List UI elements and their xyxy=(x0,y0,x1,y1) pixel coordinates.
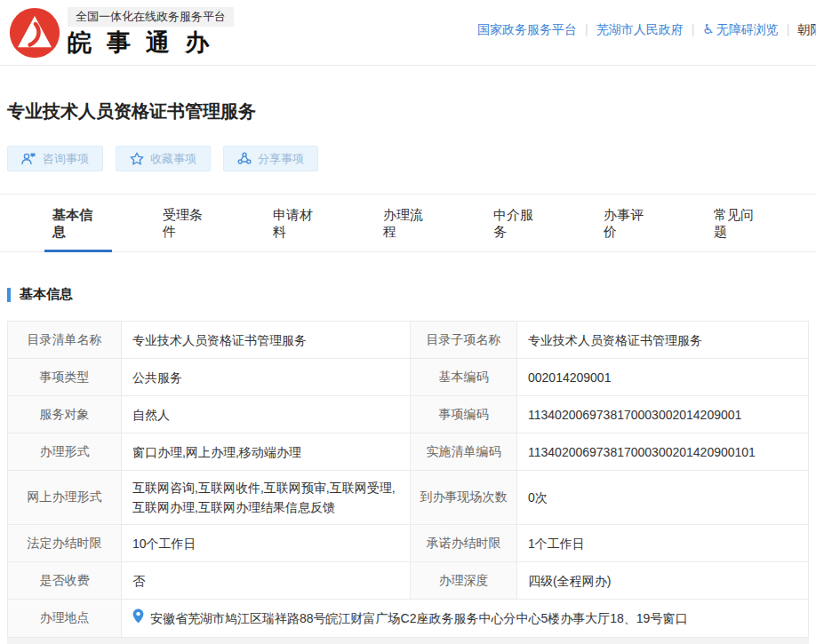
field-label: 法定办结时限 xyxy=(8,525,122,561)
link-separator: | xyxy=(692,22,695,36)
table-row: 事项类型 公共服务 基本编码 002014209001 xyxy=(8,359,808,396)
wheelchair-icon: ♿ xyxy=(702,21,714,36)
address-text: 安徽省芜湖市鸠江区瑞祥路88号皖江财富广场C2座政务服务中心分中心5楼办事大厅1… xyxy=(150,608,687,628)
section-accent-bar xyxy=(7,288,11,302)
tab-process-flow[interactable]: 办理流程 xyxy=(375,195,443,251)
site-header: 全国一体化在线政务服务平台 皖事通办 国家政务服务平台|芜湖市人民政府|♿无障碍… xyxy=(0,0,816,66)
field-label: 是否收费 xyxy=(8,562,122,599)
field-label: 办理形式 xyxy=(8,433,122,470)
field-value: 窗口办理,网上办理,移动端办理 xyxy=(122,433,411,470)
location-pin-icon xyxy=(132,608,144,629)
tab-service-evaluation[interactable]: 办事评价 xyxy=(596,195,663,251)
tab-bar: 基本信息 受理条件 申请材料 办理流程 中介服务 办事评价 常见问题 xyxy=(0,194,816,252)
link-separator: | xyxy=(585,22,588,36)
section-header: 基本信息 xyxy=(7,286,809,303)
brand-logo-icon xyxy=(9,7,60,59)
field-value: 0次 xyxy=(517,471,808,524)
field-value: 公共服务 xyxy=(122,359,411,395)
field-value: 专业技术人员资格证书管理服务 xyxy=(517,322,808,358)
table-row: 办理形式 窗口办理,网上办理,移动端办理 实施清单编码 113402006973… xyxy=(8,433,808,471)
field-label: 办理地点 xyxy=(8,600,122,637)
field-label: 承诺办结时限 xyxy=(411,525,517,561)
field-label: 目录清单名称 xyxy=(8,322,122,358)
consult-icon xyxy=(21,152,36,165)
table-row: 是否收费 否 办理深度 四级(全程网办) xyxy=(8,562,808,600)
field-label: 基本编码 xyxy=(411,359,517,395)
table-row-address: 办理地点 安徽省芜湖市鸠江区瑞祥路88号皖江财富广场C2座政务服务中心分中心5楼… xyxy=(8,600,808,637)
section-title: 基本信息 xyxy=(20,286,73,303)
table-row: 目录清单名称 专业技术人员资格证书管理服务 目录子项名称 专业技术人员资格证书管… xyxy=(8,322,808,359)
consult-button-label: 咨询事项 xyxy=(43,151,89,167)
field-value: 安徽省芜湖市鸠江区瑞祥路88号皖江财富广场C2座政务服务中心分中心5楼办事大厅1… xyxy=(122,600,808,637)
main-content: 专业技术人员资格证书管理服务 咨询事项 收藏事项 xyxy=(0,99,816,644)
favorite-button[interactable]: 收藏事项 xyxy=(116,146,211,171)
field-label: 服务对象 xyxy=(8,396,122,433)
favorite-button-label: 收藏事项 xyxy=(150,151,196,167)
field-value: 002014209001 xyxy=(517,359,808,395)
table-row: 服务对象 自然人 事项编码 11340200697381700030020142… xyxy=(8,396,808,433)
link-wuhu-gov[interactable]: 芜湖市人民政府 xyxy=(596,22,684,36)
tab-acceptance-conditions[interactable]: 受理条件 xyxy=(155,195,222,251)
basic-info-table: 目录清单名称 专业技术人员资格证书管理服务 目录子项名称 专业技术人员资格证书管… xyxy=(7,321,809,638)
share-button[interactable]: 分享事项 xyxy=(223,146,318,171)
page-title: 专业技术人员资格证书管理服务 xyxy=(7,99,809,123)
field-value: 四级(全程网办) xyxy=(517,562,808,599)
field-label: 事项类型 xyxy=(8,359,122,395)
field-value: 113402006973817000300201420900101 xyxy=(517,433,808,470)
platform-badge: 全国一体化在线政务服务平台 xyxy=(68,7,234,27)
expand-toggle[interactable]: 展开 xyxy=(7,638,809,644)
field-value: 1134020069738170003002014209001 xyxy=(517,396,808,433)
share-icon xyxy=(237,152,252,165)
header-links: 国家政务服务平台|芜湖市人民政府|♿无障碍浏览|朝阳区 xyxy=(477,21,816,38)
link-district[interactable]: 朝阳区 xyxy=(797,22,816,36)
field-value: 10个工作日 xyxy=(122,525,411,561)
link-national-platform[interactable]: 国家政务服务平台 xyxy=(477,22,577,36)
field-label: 网上办理形式 xyxy=(8,471,122,524)
brand-name: 皖事通办 xyxy=(68,28,234,57)
share-button-label: 分享事项 xyxy=(258,151,304,167)
tab-application-materials[interactable]: 申请材料 xyxy=(265,195,332,251)
tab-intermediary-service[interactable]: 中介服务 xyxy=(485,195,553,251)
field-label: 事项编码 xyxy=(411,396,517,433)
logo[interactable]: 全国一体化在线政务服务平台 皖事通办 xyxy=(9,7,234,59)
tab-faq[interactable]: 常见问题 xyxy=(706,195,773,251)
field-value: 否 xyxy=(122,562,411,599)
table-row: 法定办结时限 10个工作日 承诺办结时限 1个工作日 xyxy=(8,525,808,562)
tab-basic-info[interactable]: 基本信息 xyxy=(44,195,112,251)
field-value: 互联网咨询,互联网收件,互联网预审,互联网受理,互联网办理,互联网办理结果信息反… xyxy=(122,471,411,524)
field-value: 自然人 xyxy=(122,396,411,433)
action-buttons: 咨询事项 收藏事项 分享事项 xyxy=(7,146,809,171)
star-icon xyxy=(130,152,144,165)
field-label: 目录子项名称 xyxy=(411,322,517,358)
field-label: 到办事现场次数 xyxy=(411,471,517,524)
consult-button[interactable]: 咨询事项 xyxy=(7,146,103,171)
link-accessibility[interactable]: ♿无障碍浏览 xyxy=(702,22,778,36)
link-separator: | xyxy=(787,22,790,36)
table-row: 网上办理形式 互联网咨询,互联网收件,互联网预审,互联网受理,互联网办理,互联网… xyxy=(8,471,808,525)
field-label: 实施清单编码 xyxy=(411,433,517,470)
field-label: 办理深度 xyxy=(411,562,517,599)
field-value: 专业技术人员资格证书管理服务 xyxy=(122,322,411,358)
field-value: 1个工作日 xyxy=(517,525,808,561)
